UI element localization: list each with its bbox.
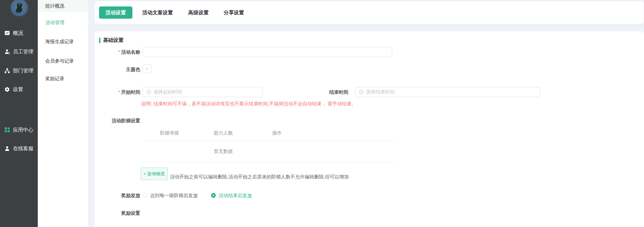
sidebar-item-online-support[interactable]: 在线客服 — [4, 145, 33, 152]
sidebar-item-label: 在线客服 — [13, 145, 33, 152]
support-icon — [4, 146, 10, 151]
sidebar-item-settings[interactable]: 设置 — [4, 86, 23, 93]
sidebar-item-label: 设置 — [13, 86, 23, 93]
tab-activity-settings[interactable]: 活动设置 — [99, 6, 132, 19]
clock-icon — [146, 90, 151, 94]
settings-tab-bar: 活动设置 活动文案设置 高级设置 分享设置 — [95, 1, 644, 24]
section-header: 基础设置 — [99, 37, 124, 43]
start-time-label: *开始时间 — [99, 89, 140, 95]
avatar[interactable] — [11, 0, 28, 16]
column-header-ladder-level: 阶梯等级 — [143, 130, 196, 136]
time-note: 说明: 结束时间可不填，若不填活动详情页也不展示结束时间;不填则活动不会自动结束… — [141, 101, 356, 107]
tab-share-settings[interactable]: 分享设置 — [224, 10, 244, 16]
section-title: 基础设置 — [103, 37, 124, 43]
sidebar-item-staff[interactable]: 员工管理 — [4, 48, 33, 55]
reward-settings-label: 奖励设置 — [99, 210, 140, 216]
activity-name-input[interactable] — [143, 47, 392, 57]
secondary-sidebar: 统计概况 活动管理 海报生成记录 会员参与记录 奖励记录 — [38, 0, 88, 227]
sidebar2-item-activity-management[interactable]: 活动管理 — [38, 18, 88, 27]
radio-grant-per-ladder-label[interactable]: 达到每一级阶梯后发放 — [150, 192, 198, 199]
ladder-note: 活动开始之前可以编辑删除,活动开始之后原来的阶梯人数不允许编辑删除,但可以增加 — [170, 174, 349, 180]
sidebar-item-app-center[interactable]: 应用中心 — [4, 126, 33, 134]
start-time-placeholder: 选择起始时间 — [154, 89, 182, 95]
sidebar2-item-reward-records[interactable]: 奖励记录 — [38, 74, 88, 83]
department-icon — [4, 68, 10, 73]
sidebar-item-label: 应用中心 — [13, 127, 33, 133]
tab-advanced-settings[interactable]: 高级设置 — [188, 10, 209, 16]
apps-icon — [4, 127, 10, 133]
settings-icon — [4, 87, 10, 92]
sidebar2-item-stats-overview[interactable]: 统计概况 — [38, 0, 88, 12]
sidebar-item-label: 员工管理 — [13, 49, 33, 55]
sidebar-item-department[interactable]: 部门管理 — [4, 67, 33, 74]
sidebar-item-overview[interactable]: 概况 — [4, 29, 23, 37]
radio-grant-per-ladder[interactable] — [143, 193, 147, 198]
avatar-image — [11, 0, 28, 16]
activity-name-label: *活动名称 — [99, 49, 140, 55]
overview-icon — [4, 30, 10, 36]
sidebar2-item-poster-records[interactable]: 海报生成记录 — [38, 37, 88, 46]
radio-grant-after-end-label[interactable]: 活动结束后发放 — [219, 192, 252, 199]
sidebar2-item-member-participation[interactable]: 会员参与记录 — [38, 56, 88, 66]
section-accent-bar — [99, 38, 100, 43]
clear-color-icon: × — [146, 66, 148, 71]
end-time-label: 结束时间 — [310, 89, 348, 95]
basic-settings-card: 基础设置 *活动名称 主题色 × *开始时间 选择起始时间 结束时间 选择结束时… — [95, 31, 644, 227]
radio-grant-after-end[interactable] — [211, 193, 216, 198]
column-header-actions: 操作 — [250, 130, 304, 136]
clock-icon — [359, 90, 364, 94]
sidebar-item-label: 部门管理 — [13, 68, 33, 74]
start-time-input[interactable]: 选择起始时间 — [143, 87, 263, 97]
theme-color-picker[interactable]: × — [143, 64, 151, 73]
ladder-table: 阶梯等级 助力人数 操作 暂无数据 — [143, 126, 397, 162]
add-ladder-button[interactable]: + 新增梯度 — [141, 168, 168, 180]
required-mark: * — [118, 89, 120, 95]
ladder-settings-label: 活动阶梯设置 — [99, 117, 140, 124]
sidebar-item-label: 概况 — [13, 30, 23, 36]
ladder-table-empty-row: 暂无数据 — [143, 141, 397, 162]
empty-state-text: 暂无数据 — [143, 149, 304, 155]
column-header-helper-count: 助力人数 — [196, 130, 250, 136]
end-time-placeholder: 选择结束时间 — [366, 89, 395, 95]
required-mark: * — [118, 49, 120, 55]
tab-activity-copy-settings[interactable]: 活动文案设置 — [142, 10, 173, 16]
theme-color-label: 主题色 — [99, 66, 140, 73]
staff-icon — [4, 49, 10, 54]
reward-grant-label: 奖励发放 — [99, 192, 140, 199]
admin-activity-settings-page: 概况 员工管理 部门管理 设置 — [0, 0, 644, 227]
ladder-table-header: 阶梯等级 助力人数 操作 — [143, 126, 397, 141]
primary-sidebar: 概况 员工管理 部门管理 设置 — [0, 0, 38, 227]
end-time-input[interactable]: 选择结束时间 — [355, 87, 540, 97]
